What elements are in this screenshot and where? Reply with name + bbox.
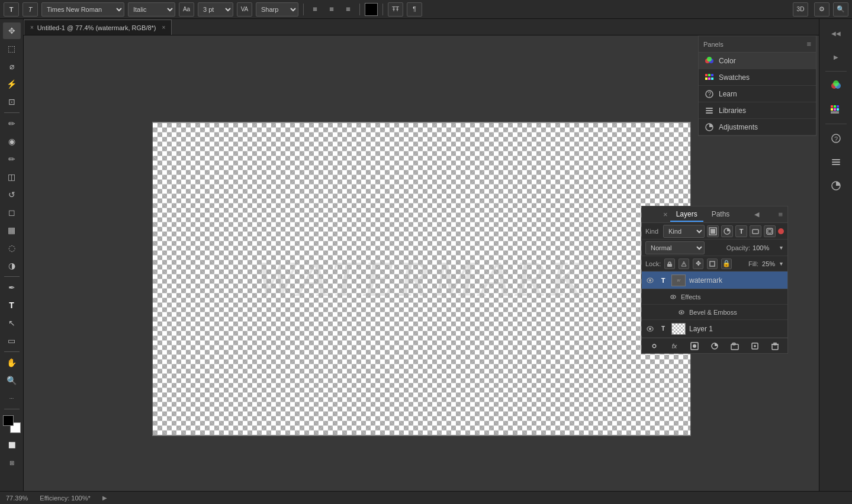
new-group-btn[interactable] [728,340,741,353]
new-layer-btn[interactable] [748,340,761,353]
lasso-tool-btn[interactable]: ⌀ [3,58,21,75]
dodge-tool-btn[interactable]: ◑ [3,257,21,274]
layer-visibility-layer1[interactable] [645,324,655,334]
align-left-btn[interactable]: ≡ [308,3,321,16]
libraries-panel-icon-btn[interactable] [825,151,847,173]
gradient-tool-btn[interactable]: ▦ [3,222,21,238]
status-arrow[interactable]: ▶ [102,495,107,501]
character-paragraph-btn[interactable]: ¶ [407,2,422,17]
align-right-btn[interactable]: ≡ [342,3,355,16]
align-center-btn[interactable]: ≡ [325,3,338,16]
marquee-tool-btn[interactable]: ⬚ [3,40,21,57]
document-canvas: WATERMARK [152,122,691,436]
foreground-color-swatch[interactable] [3,415,14,426]
add-mask-btn[interactable] [688,340,701,353]
tab-close-icon[interactable]: × [30,24,34,31]
font-size-toggle-btn[interactable]: Aa [179,2,194,17]
filter-shape-btn[interactable] [750,225,761,237]
add-layer-style-btn[interactable]: fx [668,340,681,353]
clone-tool-btn[interactable]: ◫ [3,169,21,185]
eyedropper-tool-btn[interactable]: ✏ [3,115,21,132]
zoom-tool-btn[interactable]: 🔍 [3,372,21,389]
move-tool-btn[interactable]: ✥ [3,22,21,39]
tab-paths[interactable]: Paths [706,208,736,222]
search-btn[interactable]: 🔍 [833,2,848,17]
filter-pixel-btn[interactable] [707,225,719,237]
bold-btn[interactable]: T [4,2,19,17]
path-select-tool-btn[interactable]: ↖ [3,315,21,331]
lock-transparent-btn[interactable] [664,259,675,269]
brush-tool-btn[interactable]: ✏ [3,151,21,167]
type-tool-btn[interactable]: T [3,297,21,314]
layer-visibility-watermark[interactable] [645,276,655,285]
color-panel-icon-btn[interactable] [825,75,847,96]
italic-btn[interactable]: T [22,2,38,17]
filter-type-btn[interactable]: T [735,225,747,237]
spot-heal-tool-btn[interactable]: ◉ [3,133,21,150]
learn-panel-row[interactable]: ? Learn [699,86,816,102]
bevel-visibility-btn[interactable] [677,308,686,316]
layer-effects-watermark[interactable]: Effects [642,289,787,305]
fill-value[interactable]: 25% [762,260,775,267]
font-style-dropdown[interactable]: Italic [128,2,175,17]
lock-label: Lock: [645,260,661,267]
workspace-switcher-btn[interactable]: ⚙ [814,2,830,17]
layer-item-layer1[interactable]: T Layer 1 [642,320,787,338]
eraser-tool-btn[interactable]: ◻ [3,204,21,221]
swatches-panel-row[interactable]: Swatches [699,69,816,86]
blur-tool-btn[interactable]: ◌ [3,240,21,256]
opacity-value[interactable]: 100% [753,244,776,251]
link-layers-btn[interactable] [648,340,661,353]
tab-close-btn[interactable]: × [162,24,166,31]
filter-toggle[interactable] [778,228,784,234]
filter-kind-dropdown[interactable]: Kind [663,225,705,238]
layers-panel-collapse-btn[interactable]: ◀ [754,211,759,218]
lock-artboard-btn[interactable] [707,259,718,269]
swatches-panel-icon-btn[interactable] [825,99,847,120]
shape-tool-btn[interactable]: ▭ [3,332,21,349]
left-tool-separator-3 [4,351,20,352]
layers-panel-close-btn[interactable]: × [663,210,668,219]
quick-select-tool-btn[interactable]: ⚡ [3,76,21,92]
font-family-dropdown[interactable]: Times New Roman [41,2,124,17]
warp-text-btn[interactable]: ŦŦ [388,2,403,17]
tab-layers[interactable]: Layers [670,208,703,222]
layer-item-watermark[interactable]: T W watermark [642,272,787,289]
crop-tool-btn[interactable]: ⊡ [3,93,21,110]
panel-expand-btn[interactable]: ◀◀ [825,22,847,44]
right-panels-menu-btn[interactable]: ≡ [806,40,811,49]
more-tools-btn[interactable]: ··· [3,390,21,406]
layers-panel-menu-btn[interactable]: ≡ [778,210,783,219]
lock-image-btn[interactable] [679,259,689,269]
3d-btn[interactable]: 3D [793,2,808,17]
history-brush-tool-btn[interactable]: ↺ [3,186,21,203]
optical-kerning-btn[interactable]: VA [237,2,252,17]
filter-smartobj-btn[interactable] [764,225,776,237]
panel-expand-btn-2[interactable]: ▶ [825,46,847,67]
top-toolbar: T T Times New Roman Italic Aa 3 pt VA Sh… [0,0,852,19]
delete-layer-btn[interactable] [769,340,782,353]
filter-adjustment-btn[interactable] [721,225,733,237]
font-size-dropdown[interactable]: 3 pt [198,2,233,17]
quick-mask-btn[interactable]: ⬜ [3,437,21,453]
effects-visibility-btn[interactable] [669,293,677,301]
text-color-swatch[interactable] [365,3,378,16]
add-adjustment-btn[interactable] [708,340,721,353]
lock-all-btn[interactable]: 🔒 [721,259,732,269]
svg-rect-6 [831,108,833,111]
layer-type-icon-watermark: T [658,276,668,285]
pen-tool-btn[interactable]: ✒ [3,279,21,296]
lock-position-btn[interactable]: ✥ [693,259,703,269]
learn-panel-icon-btn[interactable]: ? [825,128,847,149]
blend-mode-dropdown[interactable]: Normal [645,241,705,254]
layer-bevel-emboss[interactable]: Bevel & Emboss [642,305,787,320]
adjustments-panel-row[interactable]: Adjustments [699,119,816,135]
libraries-panel-row[interactable]: Libraries [699,102,816,119]
document-tab[interactable]: × Untitled-1 @ 77.4% (watermark, RGB/8*)… [24,20,172,35]
screen-mode-btn[interactable]: ⊞ [3,454,21,471]
color-panel-row[interactable]: Color [699,53,816,69]
adjustments-panel-icon-btn[interactable] [825,175,847,196]
anti-alias-dropdown[interactable]: Sharp [256,2,298,17]
status-bar: 77.39% Efficiency: 100%* ▶ [0,491,852,504]
hand-tool-btn[interactable]: ✋ [3,354,21,371]
